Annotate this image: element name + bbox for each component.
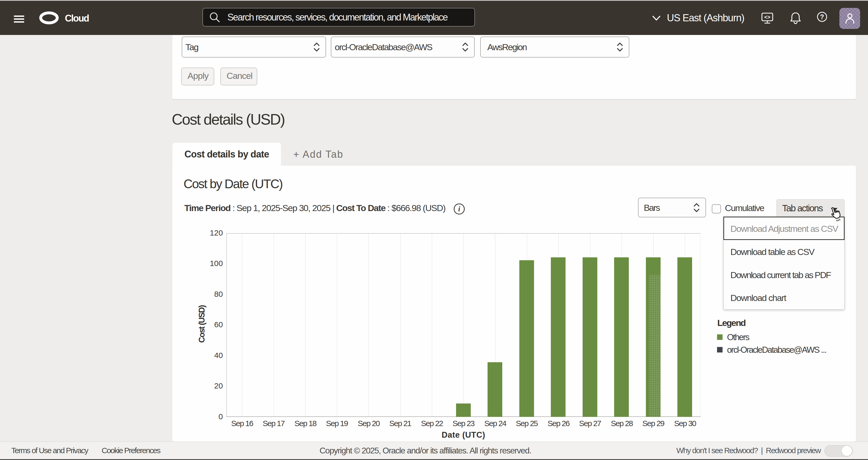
- svg-text:<>: <>: [764, 14, 770, 20]
